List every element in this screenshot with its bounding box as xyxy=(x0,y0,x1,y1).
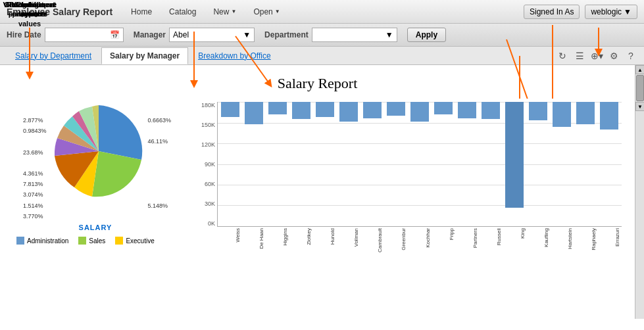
main-content: Salary Report 2.877% 0.9843% 23.68% 4.36… xyxy=(0,65,644,319)
nav-open-dropdown[interactable]: Open ▼ xyxy=(248,5,285,19)
tab-breakdown-office[interactable]: Breakdown by Office xyxy=(189,47,280,64)
bar-kaufling xyxy=(527,102,549,226)
bar-hunold xyxy=(314,102,336,226)
legend-exec-box xyxy=(115,237,123,245)
department-select[interactable]: ▼ xyxy=(312,28,397,42)
settings-icon[interactable]: ⚙ xyxy=(607,49,620,62)
bar-zlotkey xyxy=(290,102,312,226)
bar-section: 180K 150K 120K 90K 60K 30K 0K xyxy=(194,102,625,247)
legend-row: Administration Sales Executive xyxy=(10,237,181,245)
manager-select[interactable]: Abel ▼ xyxy=(169,28,255,42)
signed-in-button[interactable]: Signed In As xyxy=(524,5,580,19)
bar-cambrault xyxy=(361,102,384,226)
nav-links: Home Catalog New ▼ Open ▼ xyxy=(126,5,524,19)
bar-higgins xyxy=(266,102,289,226)
bar-chart-area xyxy=(217,102,622,227)
hire-date-group: Hire Date 📅 xyxy=(7,28,124,42)
help-icon[interactable]: ? xyxy=(624,49,637,62)
bar-x-axis: Weiss De Haan Higgins Zlotkey Hunold Vol… xyxy=(217,228,622,247)
bar-y-axis: 180K 150K 120K 90K 60K 30K 0K xyxy=(194,102,215,227)
scrollbar[interactable]: ▲ ▼ xyxy=(635,65,644,319)
hire-date-input[interactable]: 📅 xyxy=(45,28,124,42)
new-caret-icon: ▼ xyxy=(231,9,236,14)
department-label: Department xyxy=(264,30,309,39)
bar-chart-wrapper: 180K 150K 120K 90K 60K 30K 0K xyxy=(194,102,625,247)
dept-caret-icon: ▼ xyxy=(385,30,393,39)
bar-dehaan xyxy=(243,102,265,226)
scroll-down-button[interactable]: ▼ xyxy=(635,102,644,111)
params-row: Hire Date 📅 Manager Abel ▼ Department ▼ … xyxy=(7,28,637,42)
tab-salary-manager[interactable]: Salary by Manager xyxy=(101,47,188,64)
pie-labels-right: 0.6663% 46.11% 5.148% xyxy=(147,115,171,211)
hire-date-label: Hire Date xyxy=(7,30,41,39)
pie-title: SALARY xyxy=(10,224,181,231)
nav-right: Signed In As weblogic ▼ xyxy=(524,5,637,19)
nav-catalog[interactable]: Catalog xyxy=(164,5,201,19)
output-type-icon[interactable]: ⊕▾ xyxy=(590,49,603,62)
apply-button[interactable]: Apply xyxy=(407,28,446,42)
view-list-icon[interactable]: ☰ xyxy=(573,49,586,62)
scroll-up-button[interactable]: ▲ xyxy=(635,65,644,74)
report-main-title: Salary Report xyxy=(10,75,625,92)
legend-sales: Sales xyxy=(78,237,105,245)
weblogic-button[interactable]: weblogic ▼ xyxy=(585,5,637,19)
report-header: Hire Date 📅 Manager Abel ▼ Department ▼ … xyxy=(0,24,644,47)
app-title: Employee Salary Report xyxy=(7,7,112,17)
tab-salary-department[interactable]: Salary by Department xyxy=(7,47,100,64)
nav-new-dropdown[interactable]: New ▼ xyxy=(208,5,241,19)
manager-group: Manager Abel ▼ xyxy=(134,28,255,42)
bar-king xyxy=(503,102,526,226)
weblogic-caret-icon: ▼ xyxy=(624,7,632,16)
navbar: Employee Salary Report Home Catalog New … xyxy=(0,0,644,24)
bar-russell xyxy=(480,102,502,226)
bars-container xyxy=(219,102,620,226)
bar-hartstein xyxy=(551,102,573,226)
scroll-thumb[interactable] xyxy=(636,75,644,101)
tabs-right-icons: ↻ ☰ ⊕▾ ⚙ ? xyxy=(556,49,637,62)
pie-svg xyxy=(49,102,148,200)
bar-vollman xyxy=(337,102,360,226)
charts-row: 2.877% 0.9843% 23.68% 4.361% 7.813% 3.07… xyxy=(10,102,625,247)
legend-sales-box xyxy=(78,237,86,245)
pie-section: 2.877% 0.9843% 23.68% 4.361% 7.813% 3.07… xyxy=(10,102,181,245)
bar-fripp xyxy=(432,102,455,226)
tabs-row: Salary by Department Salary by Manager B… xyxy=(0,47,644,65)
bar-kochhar xyxy=(409,102,431,226)
content-inner: Salary Report 2.877% 0.9843% 23.68% 4.36… xyxy=(0,65,635,319)
legend-administration: Administration xyxy=(16,237,68,245)
bar-weiss xyxy=(219,102,241,226)
legend-executive: Executive xyxy=(115,237,154,245)
bar-greenbur xyxy=(385,102,407,226)
department-group: Department ▼ xyxy=(264,28,397,42)
pie-labels-left: 2.877% 0.9843% 23.68% 4.361% 7.813% 3.07… xyxy=(23,115,47,222)
bar-partners xyxy=(456,102,478,226)
calendar-icon: 📅 xyxy=(110,30,120,39)
bar-errazuri xyxy=(598,102,620,226)
nav-home[interactable]: Home xyxy=(126,5,157,19)
legend-admin-box xyxy=(16,237,24,245)
manager-caret-icon: ▼ xyxy=(243,30,251,39)
open-caret-icon: ▼ xyxy=(275,9,280,14)
manager-label: Manager xyxy=(134,30,166,39)
pie-chart: 2.877% 0.9843% 23.68% 4.361% 7.813% 3.07… xyxy=(23,102,168,220)
bar-raphaely xyxy=(574,102,597,226)
refresh-icon[interactable]: ↻ xyxy=(556,49,569,62)
